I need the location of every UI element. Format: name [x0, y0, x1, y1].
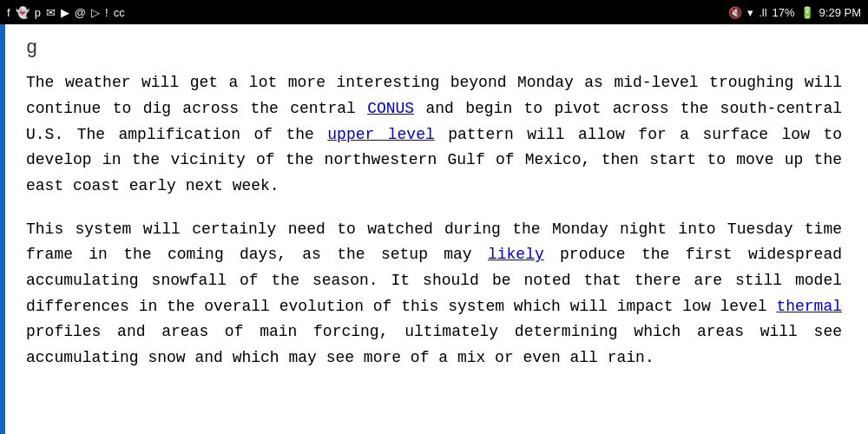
signal-icon: .ll — [759, 6, 766, 19]
pinterest-icon: p — [35, 6, 41, 19]
partial-top-line: g — [26, 33, 842, 63]
left-accent-bar — [0, 24, 5, 434]
paragraph-1: The weather will get a lot more interest… — [26, 70, 842, 199]
battery-percent: 17% — [773, 6, 795, 19]
status-bar: f 👻 p ✉ ▶ @ ▷ ! cc 🔇 ▾ .ll 17% 🔋 9:29 PM — [0, 0, 868, 24]
cc-icon: cc — [114, 6, 125, 19]
snapchat-icon: 👻 — [16, 6, 30, 19]
exclaim-icon: ! — [105, 6, 108, 19]
at-icon: @ — [75, 6, 86, 19]
fb-icon: f — [7, 6, 10, 19]
likely-link[interactable]: likely — [488, 246, 544, 263]
wifi-icon: ▾ — [747, 6, 753, 19]
conus-link[interactable]: CONUS — [367, 100, 414, 117]
para2-text3: profiles and areas of main forcing, ulti… — [26, 323, 842, 366]
status-bar-left: f 👻 p ✉ ▶ @ ▷ ! cc — [7, 6, 125, 19]
battery-icon: 🔋 — [800, 6, 814, 19]
status-bar-right: 🔇 ▾ .ll 17% 🔋 9:29 PM — [728, 6, 861, 19]
content-area: g The weather will get a lot more intere… — [0, 24, 868, 398]
mail-icon: ✉ — [46, 6, 56, 19]
youtube-icon: ▶ — [61, 6, 69, 19]
paragraph-2: This system will certainly need to watch… — [26, 217, 842, 372]
time-display: 9:29 PM — [819, 6, 861, 19]
play-icon: ▷ — [91, 6, 100, 19]
mute-icon: 🔇 — [728, 6, 742, 19]
thermal-link[interactable]: thermal — [776, 298, 842, 315]
upper-level-link[interactable]: upper level — [327, 126, 434, 143]
